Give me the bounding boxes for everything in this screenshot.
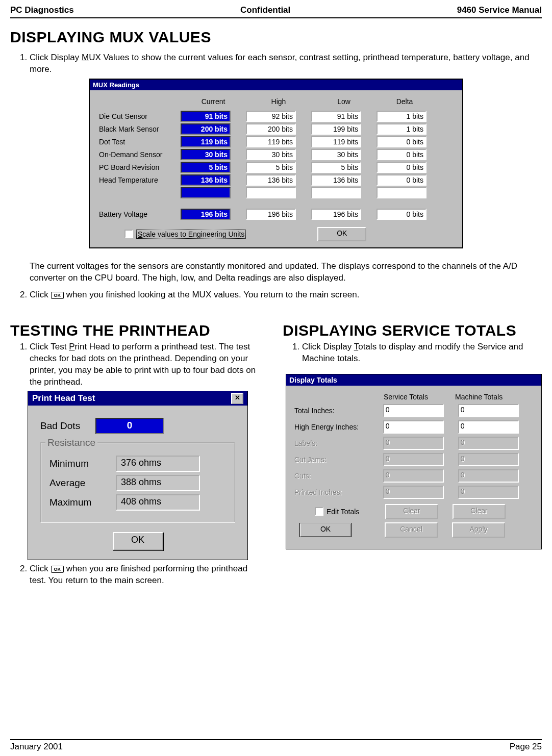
mux-step-1: Click Display MUX Values to show the cur…	[30, 52, 542, 75]
bad-dots-value: 0	[95, 418, 164, 434]
dt-service-input: 0	[383, 486, 444, 499]
mux-readings-window: MUX Readings Current High Low Delta Die …	[89, 79, 463, 248]
mux-low: 30 bits	[311, 149, 361, 160]
avg-value: 388 ohms	[116, 475, 200, 491]
dt-machine-input: 0	[458, 469, 519, 483]
dt-machine-input[interactable]: 0	[458, 420, 519, 434]
mux-label: Dot Test	[99, 138, 181, 146]
pht-step-2: Click OK when you are finished performin…	[30, 563, 265, 587]
dt-apply-button: Apply	[452, 522, 505, 538]
mux-titlebar: MUX Readings	[90, 80, 462, 90]
dt-machine-input: 0	[458, 437, 519, 450]
min-value: 376 ohms	[116, 456, 200, 472]
header-right: 9460 Service Manual	[457, 5, 542, 15]
mux-current: 136 bits	[181, 174, 231, 186]
mux-high	[246, 187, 296, 198]
mux-label: Battery Voltage	[99, 210, 181, 218]
bad-dots-label: Bad Dots	[40, 420, 80, 432]
pht-title: Print Head Test	[32, 393, 95, 404]
dt-service-input[interactable]: 0	[383, 420, 444, 434]
resistance-legend: Resistance	[45, 437, 97, 448]
mux-high: 119 bits	[246, 136, 296, 147]
dt-title: Display Totals	[286, 374, 541, 386]
mux-high: 92 bits	[246, 111, 296, 122]
col-service: Service Totals	[384, 393, 455, 401]
mux-current: 200 bits	[181, 123, 231, 135]
clear-service-button: Clear	[385, 504, 438, 519]
mux-low: 119 bits	[311, 136, 361, 147]
mux-step-2: Click OK when you finished looking at th…	[30, 289, 542, 301]
heading-printhead: TESTING THE PRINTHEAD	[10, 322, 265, 339]
mux-delta: 0 bits	[377, 149, 426, 160]
mux-high: 5 bits	[246, 162, 296, 173]
col-machine: Machine Totals	[455, 393, 526, 401]
close-icon[interactable]: ✕	[231, 393, 243, 404]
col-delta: Delta	[377, 97, 433, 106]
dt-ok-button[interactable]: OK	[299, 523, 352, 537]
mux-low: 136 bits	[311, 174, 361, 186]
mux-note: The current voltages for the sensors are…	[30, 261, 542, 284]
mux-label: Head Temperature	[99, 176, 181, 184]
mux-delta: 0 bits	[377, 209, 426, 220]
dt-cancel-button: Cancel	[385, 522, 438, 538]
mux-current	[181, 187, 231, 198]
mux-low: 5 bits	[311, 162, 361, 173]
footer-left: January 2001	[10, 742, 63, 752]
totals-step-1: Click Display Totals to display and modi…	[302, 341, 542, 365]
max-value: 408 ohms	[116, 494, 200, 511]
dt-machine-input: 0	[458, 453, 519, 466]
ok-inline-icon: OK	[51, 292, 64, 299]
mux-current: 5 bits	[181, 162, 231, 173]
mux-high: 196 bits	[246, 209, 296, 220]
max-label: Maximum	[49, 497, 116, 508]
dt-label: Total Inches:	[294, 407, 383, 415]
mux-low: 91 bits	[311, 111, 361, 122]
mux-low: 199 bits	[311, 123, 361, 135]
col-current: Current	[181, 97, 246, 106]
mux-current: 119 bits	[181, 136, 231, 147]
mux-high: 136 bits	[246, 174, 296, 186]
mux-current: 30 bits	[181, 149, 231, 160]
mux-high: 200 bits	[246, 123, 296, 135]
mux-delta: 0 bits	[377, 162, 426, 173]
dt-label: Labels:	[294, 439, 383, 447]
mux-current: 91 bits	[181, 111, 231, 122]
mux-delta: 1 bits	[377, 123, 426, 135]
min-label: Minimum	[49, 458, 116, 469]
mux-label: On-Demand Sensor	[99, 150, 181, 159]
print-head-test-window: Print Head Test ✕ Bad Dots 0 Resistance …	[28, 391, 248, 560]
ok-inline-icon: OK	[51, 566, 64, 573]
mux-delta: 0 bits	[377, 174, 426, 186]
dt-machine-input: 0	[458, 486, 519, 499]
pht-step-1: Click Test Print Head to perform a print…	[30, 341, 265, 388]
mux-low: 196 bits	[311, 209, 361, 220]
mux-high: 30 bits	[246, 149, 296, 160]
footer-right: Page 25	[510, 742, 542, 752]
clear-machine-button: Clear	[453, 504, 506, 519]
header-left: PC Diagnostics	[10, 5, 74, 15]
heading-totals: DISPLAYING SERVICE TOTALS	[283, 322, 542, 339]
avg-label: Average	[49, 477, 116, 489]
scale-label: Scale values to Engineering Units	[136, 230, 246, 239]
dt-service-input: 0	[383, 469, 444, 483]
mux-delta	[377, 187, 426, 198]
dt-label: Printed Inches:	[294, 488, 383, 496]
heading-mux: DISPLAYING MUX VALUES	[10, 29, 542, 46]
mux-low	[311, 187, 361, 198]
mux-label: Black Mark Sensor	[99, 125, 181, 133]
pht-ok-button[interactable]: OK	[113, 532, 163, 550]
edit-totals-checkbox[interactable]	[315, 507, 323, 516]
resistance-group: Resistance Minimum376 ohms Average388 oh…	[40, 442, 235, 523]
mux-label: PC Board Revision	[99, 163, 181, 171]
dt-label: High Energy Inches:	[294, 423, 383, 431]
dt-service-input: 0	[383, 453, 444, 466]
dt-service-input[interactable]: 0	[383, 404, 444, 417]
header-center: Confidential	[240, 5, 290, 15]
scale-checkbox[interactable]	[124, 230, 133, 238]
mux-ok-button[interactable]: OK	[317, 227, 366, 241]
dt-machine-input[interactable]: 0	[458, 404, 519, 417]
dt-service-input: 0	[383, 437, 444, 450]
col-high: High	[246, 97, 311, 106]
col-low: Low	[311, 97, 377, 106]
display-totals-window: Display Totals Service TotalsMachine Tot…	[286, 374, 542, 549]
